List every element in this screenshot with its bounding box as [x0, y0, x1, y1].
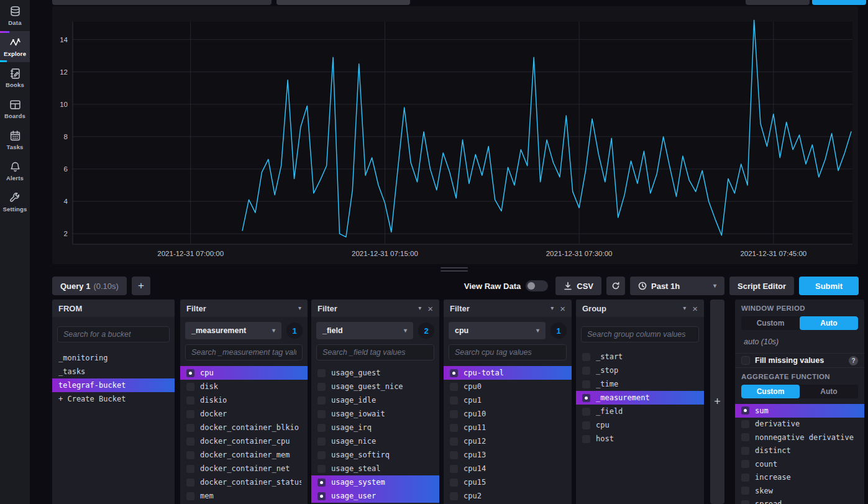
list-item-cpu10[interactable]: cpu10	[444, 407, 572, 421]
checkbox[interactable]	[741, 474, 749, 482]
list-item-mem[interactable]: mem	[180, 489, 308, 503]
checkbox[interactable]	[318, 396, 326, 405]
list-item-usage_irq[interactable]: usage_irq	[311, 421, 439, 434]
list-item-usage_nice[interactable]: usage_nice	[311, 434, 439, 448]
list-item-docker_container_cpu[interactable]: docker_container_cpu	[180, 434, 308, 448]
bucket-search-input[interactable]	[57, 326, 170, 342]
list-item-usage_user[interactable]: usage_user	[311, 489, 439, 503]
close-icon[interactable]: ×	[560, 304, 565, 313]
sidebar-item-settings[interactable]: Settings	[0, 186, 30, 218]
checkbox[interactable]	[741, 487, 749, 495]
resize-drag-handle[interactable]	[441, 267, 468, 273]
list-item-docker_container_blkio[interactable]: docker_container_blkio	[180, 421, 308, 434]
list-item-sum[interactable]: sum	[735, 404, 864, 418]
list-item-cpu-total[interactable]: cpu-total	[444, 366, 572, 380]
sidebar-item-boards[interactable]: Boards	[0, 93, 30, 124]
aggregate-auto-option[interactable]: Auto	[800, 385, 858, 398]
window-auto-option[interactable]: Auto	[800, 316, 858, 330]
time-range-dropdown[interactable]: Past 1h ▾	[630, 277, 724, 295]
checkbox[interactable]	[741, 406, 749, 415]
list-item-count[interactable]: count	[735, 457, 864, 471]
checkbox[interactable]	[186, 396, 194, 405]
checkbox[interactable]	[186, 369, 194, 377]
list-item-usage_system[interactable]: usage_system	[311, 475, 439, 489]
tag-key-select[interactable]: _field ▾	[316, 322, 413, 339]
list-item-usage_guest[interactable]: usage_guest	[311, 366, 439, 380]
list-item-docker_container_status[interactable]: docker_container_status	[180, 475, 308, 489]
checkbox[interactable]	[186, 492, 194, 500]
list-item-_measurement[interactable]: _measurement	[576, 391, 704, 405]
list-item-docker_container_mem[interactable]: docker_container_mem	[180, 448, 308, 462]
checkbox[interactable]	[450, 465, 458, 473]
list-item-usage_steal[interactable]: usage_steal	[311, 462, 439, 475]
list-item-cpu12[interactable]: cpu12	[444, 434, 572, 448]
script-editor-button[interactable]: Script Editor	[729, 277, 794, 295]
close-icon[interactable]: ×	[692, 304, 698, 313]
checkbox[interactable]	[582, 421, 590, 429]
list-item-cpu[interactable]: cpu	[576, 418, 704, 432]
view-raw-data-toggle[interactable]	[526, 280, 548, 291]
tag-value-search-input[interactable]	[449, 344, 567, 360]
checkbox[interactable]	[582, 367, 590, 375]
checkbox[interactable]	[582, 435, 590, 443]
list-item-_start[interactable]: _start	[576, 350, 704, 364]
checkbox[interactable]	[186, 410, 194, 418]
checkbox[interactable]	[450, 479, 458, 487]
checkbox[interactable]	[186, 451, 194, 459]
chevron-down-icon[interactable]: ▾	[550, 305, 554, 311]
list-item-derivative[interactable]: derivative	[735, 418, 864, 431]
list-item-_field[interactable]: _field	[576, 405, 704, 418]
list-item-_time[interactable]: _time	[576, 377, 704, 391]
checkbox[interactable]	[318, 424, 326, 432]
list-item-usage_guest_nice[interactable]: usage_guest_nice	[311, 380, 439, 393]
list-item-distinct[interactable]: distinct	[735, 444, 864, 458]
checkbox[interactable]	[186, 479, 194, 487]
sidebar-item-books[interactable]: Books	[0, 62, 30, 93]
create-bucket-button[interactable]: + Create Bucket	[52, 392, 175, 406]
list-item-disk[interactable]: disk	[180, 380, 308, 393]
checkbox[interactable]	[741, 433, 749, 441]
list-item-cpu11[interactable]: cpu11	[444, 421, 572, 434]
checkbox[interactable]	[318, 479, 326, 487]
group-search-input[interactable]	[581, 326, 699, 342]
checkbox[interactable]	[450, 383, 458, 391]
checkbox[interactable]	[318, 369, 326, 377]
list-item-docker_container_net[interactable]: docker_container_net	[180, 462, 308, 475]
list-item-docker[interactable]: docker	[180, 407, 308, 421]
list-item-usage_idle[interactable]: usage_idle	[311, 393, 439, 407]
submit-button[interactable]: Submit	[799, 277, 859, 295]
checkbox[interactable]	[450, 396, 458, 405]
checkbox[interactable]	[582, 380, 590, 388]
checkbox[interactable]	[186, 424, 194, 432]
list-item-cpu15[interactable]: cpu15	[444, 475, 572, 489]
tag-value-search-input[interactable]	[185, 344, 303, 360]
checkbox[interactable]	[741, 500, 749, 504]
checkbox[interactable]	[318, 465, 326, 473]
checkbox[interactable]	[450, 410, 458, 418]
list-item-cpu1[interactable]: cpu1	[444, 393, 572, 407]
checkbox[interactable]	[186, 438, 194, 446]
add-filter-panel-button[interactable]: +	[710, 300, 724, 504]
checkbox[interactable]	[450, 438, 458, 446]
list-item-telegraf-bucket[interactable]: telegraf-bucket	[52, 378, 175, 392]
list-item-cpu[interactable]: cpu	[180, 366, 308, 380]
checkbox[interactable]	[318, 451, 326, 459]
checkbox[interactable]	[741, 420, 749, 428]
tag-key-select[interactable]: _measurement ▾	[185, 322, 281, 339]
tag-key-select[interactable]: cpu ▾	[449, 322, 546, 339]
list-item-spread[interactable]: spread	[735, 498, 864, 504]
list-item-host[interactable]: host	[576, 432, 704, 446]
checkbox[interactable]	[318, 438, 326, 446]
refresh-button[interactable]	[606, 277, 625, 295]
checkbox[interactable]	[741, 447, 749, 455]
sidebar-item-alerts[interactable]: Alerts	[0, 155, 30, 186]
checkbox[interactable]	[582, 394, 590, 402]
help-icon[interactable]: ?	[849, 356, 858, 365]
checkbox[interactable]	[318, 383, 326, 391]
list-item-skew[interactable]: skew	[735, 484, 864, 498]
list-item-cpu14[interactable]: cpu14	[444, 462, 572, 475]
checkbox[interactable]	[450, 451, 458, 459]
list-item-increase[interactable]: increase	[735, 471, 864, 485]
add-query-button[interactable]: +	[132, 277, 150, 295]
list-item-cpu2[interactable]: cpu2	[444, 489, 572, 503]
